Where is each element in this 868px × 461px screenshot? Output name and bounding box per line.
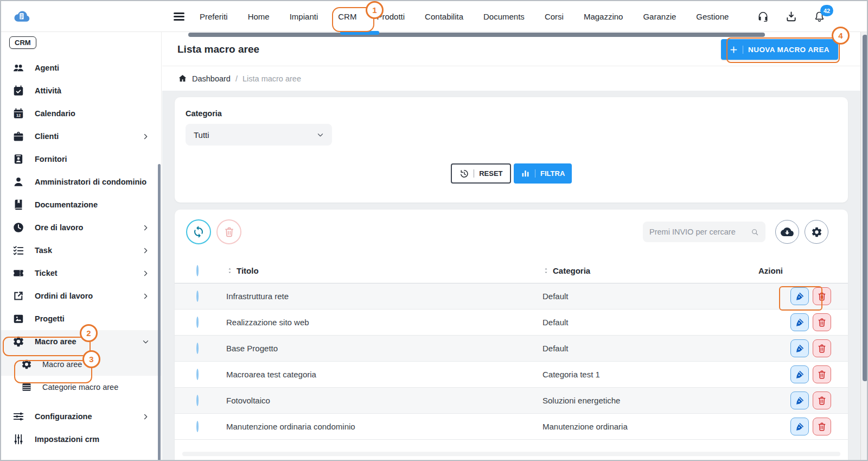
row-checkbox[interactable] [196, 291, 199, 302]
category-label: Categoria [186, 109, 837, 118]
edit-button[interactable] [790, 313, 809, 331]
table-settings-button[interactable] [805, 220, 828, 244]
sidebar-item-agenti[interactable]: Agenti [1, 56, 161, 79]
delete-button[interactable] [813, 391, 831, 409]
breadcrumb-dashboard[interactable]: Dashboard [192, 74, 231, 83]
chevron-down-icon [317, 131, 324, 138]
delete-button[interactable] [813, 287, 831, 305]
pagination-strip [182, 452, 840, 456]
column-header-titolo[interactable]: Titolo [217, 266, 536, 275]
search-icon [751, 228, 759, 237]
sidebar-item-macro-aree-sub[interactable]: Macro aree [1, 353, 161, 376]
row-checkbox[interactable] [196, 395, 199, 406]
table-list-icon [21, 382, 32, 393]
app-logo-icon[interactable] [13, 8, 30, 25]
book-icon [12, 199, 24, 211]
trash-icon [817, 318, 827, 327]
page-title: Lista macro aree [177, 32, 259, 66]
new-macro-area-label: NUOVA MACRO AREA [748, 46, 829, 54]
sidebar-item-attivit[interactable]: Attività [1, 79, 161, 102]
headset-icon[interactable] [757, 10, 769, 23]
notification-badge: 42 [820, 5, 833, 16]
delete-selected-button[interactable] [216, 219, 241, 244]
delete-button[interactable] [813, 418, 831, 435]
sidebar-item-ore-di-lavoro[interactable]: Ore di lavoro [1, 216, 161, 239]
row-checkbox[interactable] [196, 369, 199, 380]
reset-button[interactable]: RESET [451, 163, 511, 184]
nav-item-contabilita[interactable]: Contabilita [425, 12, 463, 21]
breadcrumb: Dashboard / Lista macro aree [162, 66, 860, 91]
nav-item-prodotti[interactable]: Prodotti [376, 12, 405, 21]
edit-button[interactable] [790, 418, 809, 435]
sidebar-item-macro-aree[interactable]: Macro aree [1, 330, 161, 353]
sidebar-section-label: CRM [9, 36, 36, 49]
nav-item-crm[interactable]: CRM [338, 12, 356, 21]
new-macro-area-button[interactable]: NUOVA MACRO AREA [721, 39, 838, 60]
button-divider [743, 46, 744, 54]
row-checkbox[interactable] [196, 421, 199, 432]
horizontal-scrollbar[interactable] [188, 33, 765, 37]
sidebar-item-categorie-macro-aree-sub[interactable]: Categorie macro aree [1, 376, 161, 399]
download-icon[interactable] [785, 10, 797, 23]
select-all-checkbox[interactable] [196, 265, 199, 276]
pen-icon [795, 318, 805, 327]
column-header-categoria[interactable]: Categoria [536, 266, 752, 275]
chevron-right-icon [142, 224, 149, 231]
nav-item-magazzino[interactable]: Magazzino [584, 12, 623, 21]
trash-icon [817, 370, 827, 380]
gear-icon [21, 359, 32, 370]
row-checkbox[interactable] [196, 317, 199, 328]
notifications-bell[interactable]: 42 [813, 10, 826, 23]
sidebar-item-task[interactable]: Task [1, 239, 161, 262]
sidebar-item-ticket[interactable]: Ticket [1, 262, 161, 285]
edit-button[interactable] [790, 391, 809, 409]
sidebar-item-label: Ordini di lavoro [35, 292, 93, 300]
app-window: PreferitiHomeImpiantiCRMProdottiContabil… [0, 0, 868, 461]
filtra-button[interactable]: FILTRA [514, 163, 572, 184]
home-icon[interactable] [178, 74, 187, 83]
sidebar-item-impostazioni-crm[interactable]: Impostazioni crm [1, 428, 161, 451]
vertical-scrollbar[interactable] [863, 35, 867, 381]
edit-button[interactable] [790, 365, 809, 383]
nav-item-preferiti[interactable]: Preferiti [200, 12, 228, 21]
menu-toggle-icon[interactable] [174, 12, 184, 21]
delete-button[interactable] [813, 339, 831, 357]
category-select[interactable]: Tutti [186, 124, 332, 146]
sidebar-item-label: Macro aree [35, 337, 76, 346]
sort-icon [542, 267, 550, 274]
nav-item-home[interactable]: Home [248, 12, 270, 21]
nav-item-corsi[interactable]: Corsi [545, 12, 564, 21]
cell-titolo: Realizzazione sito web [217, 318, 536, 327]
sidebar-item-fornitori[interactable]: Fornitori [1, 148, 161, 170]
export-button[interactable] [775, 220, 799, 244]
cell-categoria: Soluzioni energetiche [536, 396, 752, 405]
sort-icon [226, 267, 233, 274]
sidebar-scrollbar[interactable] [158, 164, 161, 461]
nav-item-documents[interactable]: Documents [483, 12, 525, 21]
cell-categoria: Default [536, 318, 752, 327]
refresh-button[interactable] [186, 219, 211, 244]
cell-titolo: Base Progetto [217, 344, 536, 353]
sidebar-item-label: Fornitori [35, 155, 67, 163]
trash-icon [817, 422, 827, 432]
edit-button[interactable] [790, 339, 809, 357]
sidebar-item-progetti[interactable]: Progetti [1, 307, 161, 330]
delete-button[interactable] [813, 365, 831, 383]
sliders-icon [12, 411, 24, 422]
sidebar-item-amministratori-di-condominio[interactable]: Amministratori di condominio [1, 170, 161, 193]
nav-item-gestione[interactable]: Gestione [696, 12, 729, 21]
sidebar-item-ordini-di-lavoro[interactable]: Ordini di lavoro [1, 285, 161, 307]
cell-categoria: Manutenzione ordinaria [536, 422, 752, 431]
sidebar-item-configurazione[interactable]: Configurazione [1, 405, 161, 428]
nav-item-garanzie[interactable]: Garanzie [643, 12, 676, 21]
row-checkbox[interactable] [196, 343, 199, 354]
sidebar-item-documentazione[interactable]: Documentazione [1, 193, 161, 216]
search-input[interactable] [649, 228, 751, 236]
table-row: Macroarea test categoria Categoria test … [175, 362, 848, 388]
sidebar-item-calendario[interactable]: 12 Calendario [1, 102, 161, 125]
sidebar-item-clienti[interactable]: Clienti [1, 125, 161, 148]
sidebar-item-label: Macro aree [42, 360, 82, 369]
edit-button[interactable] [790, 287, 809, 305]
nav-item-impianti[interactable]: Impianti [290, 12, 318, 21]
delete-button[interactable] [813, 313, 831, 331]
